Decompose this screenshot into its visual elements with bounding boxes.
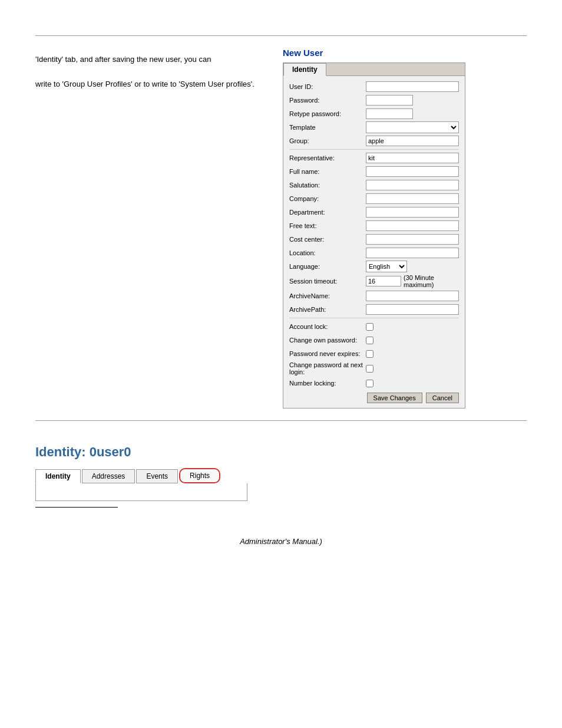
label-department: Department: [289, 209, 366, 216]
input-user-id[interactable] [366, 81, 459, 92]
field-company: Company: [289, 193, 459, 205]
bottom-section: Identity: 0user0 Identity Addresses Even… [0, 433, 562, 519]
session-note: (30 Minute maximum) [404, 274, 459, 288]
field-user-id: User ID: [289, 81, 459, 93]
label-number-locking: Number locking: [289, 380, 366, 387]
input-session-timeout[interactable] [366, 276, 401, 286]
form-window: Identity User ID: Password: Retype passw… [283, 62, 465, 409]
tab-bar: Identity [283, 63, 465, 76]
field-archive-name: ArchiveName: [289, 290, 459, 302]
input-password[interactable] [366, 95, 413, 106]
input-representative[interactable] [366, 153, 459, 163]
tab-identity[interactable]: Identity [283, 63, 326, 76]
tab-content-area [35, 483, 247, 501]
label-archive-name: ArchiveName: [289, 292, 366, 299]
label-template: Template [289, 124, 366, 131]
new-user-title: New User [283, 48, 527, 58]
checkbox-account-lock[interactable] [366, 323, 373, 331]
field-salutation: Salutation: [289, 179, 459, 191]
input-fullname[interactable] [366, 166, 459, 177]
label-fullname: Full name: [289, 168, 366, 175]
form-body: User ID: Password: Retype password: Temp… [283, 76, 465, 408]
label-change-own-password: Change own password: [289, 337, 366, 344]
label-password-never-expires: Password never expires: [289, 350, 366, 357]
tab-events[interactable]: Events [136, 469, 178, 483]
field-group: Group: [289, 135, 459, 147]
field-location: Location: [289, 247, 459, 259]
field-password: Password: [289, 94, 459, 106]
language-row: English [366, 261, 407, 272]
input-company[interactable] [366, 193, 459, 204]
field-retype-password: Retype password: [289, 108, 459, 120]
field-number-locking: Number locking: [289, 377, 459, 389]
field-account-lock: Account lock: [289, 321, 459, 332]
label-cost-center: Cost center: [289, 236, 366, 243]
tab-identity-bottom[interactable]: Identity [35, 469, 81, 483]
field-department: Department: [289, 206, 459, 218]
field-archive-path: ArchivePath: [289, 304, 459, 315]
field-fullname: Full name: [289, 166, 459, 177]
label-change-password-next-login: Change password at next login: [289, 361, 366, 375]
field-session-timeout: Session timeout: (30 Minute maximum) [289, 274, 459, 288]
left-text-block: 'Identity' tab, and after saving the new… [35, 48, 259, 409]
select-language[interactable]: English [366, 261, 407, 272]
left-paragraph-2: write to 'Group User Profiles' or to wri… [35, 78, 259, 91]
label-password: Password: [289, 97, 366, 104]
field-free-text: Free text: [289, 220, 459, 232]
select-template[interactable] [366, 121, 459, 133]
cancel-button[interactable]: Cancel [426, 393, 459, 403]
field-cost-center: Cost center: [289, 233, 459, 245]
field-change-password-next-login: Change password at next login: [289, 361, 459, 375]
left-paragraph-1: 'Identity' tab, and after saving the new… [35, 54, 259, 66]
field-language: Language: English [289, 261, 459, 272]
save-changes-button[interactable]: Save Changes [367, 393, 422, 403]
checkbox-password-never-expires[interactable] [366, 350, 373, 358]
field-password-never-expires: Password never expires: [289, 348, 459, 360]
field-representative: Representative: [289, 152, 459, 164]
tab-addresses[interactable]: Addresses [82, 469, 135, 483]
label-language: Language: [289, 263, 366, 270]
bottom-line [35, 507, 118, 508]
new-user-panel: New User Identity User ID: Password: [283, 48, 527, 409]
divider-2 [289, 318, 459, 318]
divider-1 [289, 149, 459, 150]
button-row: Save Changes Cancel [289, 393, 459, 403]
input-retype-password[interactable] [366, 108, 413, 119]
label-user-id: User ID: [289, 83, 366, 90]
checkbox-change-password-next-login[interactable] [366, 365, 373, 373]
input-free-text[interactable] [366, 220, 459, 231]
footer-text: Administrator's Manual.) [0, 537, 562, 546]
label-retype-password: Retype password: [289, 110, 366, 117]
input-archive-name[interactable] [366, 291, 459, 301]
label-representative: Representative: [289, 154, 366, 162]
label-salutation: Salutation: [289, 182, 366, 189]
input-location[interactable] [366, 248, 459, 258]
label-archive-path: ArchivePath: [289, 306, 366, 313]
label-location: Location: [289, 249, 366, 256]
label-group: Group: [289, 137, 366, 144]
checkbox-change-own-password[interactable] [366, 337, 373, 344]
input-group[interactable] [366, 136, 459, 146]
field-change-own-password: Change own password: [289, 334, 459, 346]
checkbox-number-locking[interactable] [366, 380, 373, 387]
input-archive-path[interactable] [366, 304, 459, 315]
bottom-tabs-row: Identity Addresses Events Rights [35, 468, 527, 483]
field-template: Template [289, 121, 459, 133]
label-session-timeout: Session timeout: [289, 278, 366, 285]
label-company: Company: [289, 195, 366, 202]
input-salutation[interactable] [366, 180, 459, 190]
label-account-lock: Account lock: [289, 323, 366, 330]
session-timeout-row: (30 Minute maximum) [366, 274, 459, 288]
label-free-text: Free text: [289, 222, 366, 229]
input-department[interactable] [366, 207, 459, 218]
tab-rights[interactable]: Rights [179, 468, 220, 483]
input-cost-center[interactable] [366, 234, 459, 245]
identity-heading: Identity: 0user0 [35, 444, 527, 460]
bottom-divider [35, 420, 527, 421]
main-content: 'Identity' tab, and after saving the new… [0, 36, 562, 409]
